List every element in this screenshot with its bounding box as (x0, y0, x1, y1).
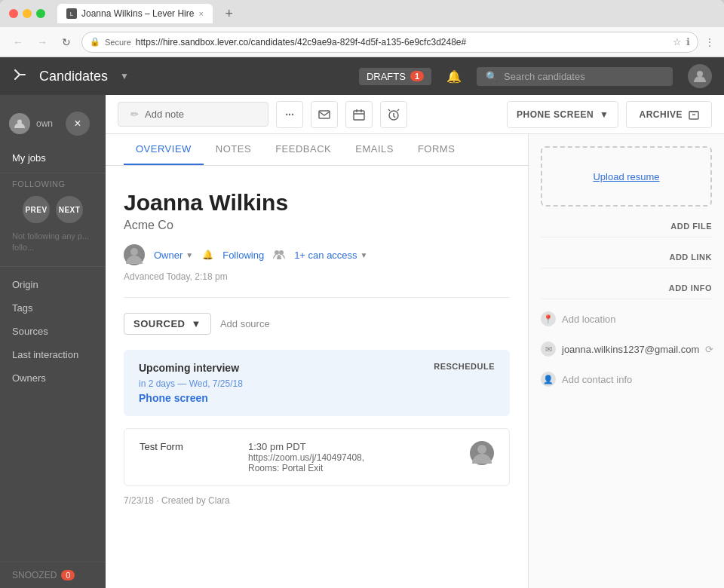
people-icon (273, 249, 285, 261)
email-address: joanna.wilkins1237@gmail.com (562, 344, 699, 355)
interview-rooms: Rooms: Portal Exit (248, 463, 364, 473)
tabs-bar: OVERVIEW NOTES FEEDBACK EMAILS FORMS (106, 134, 528, 166)
sidebar-owner-label: own (36, 118, 53, 129)
candidate-meta: Owner ▼ 🔔 Following 1+ can access (124, 244, 510, 265)
extensions-icon[interactable]: ⋮ (704, 36, 715, 48)
add-note-label: Add note (145, 109, 184, 120)
snoozed-bar: SNOOZED 0 (0, 562, 106, 588)
alarm-btn[interactable] (380, 101, 407, 128)
interview-details: Test Form 1:30 pm PDT https://zoom.us/j/… (124, 428, 510, 486)
interview-type: Phone screen (139, 392, 495, 404)
add-source-link[interactable]: Add source (220, 318, 270, 329)
search-input[interactable] (504, 71, 664, 82)
archive-btn[interactable]: ARCHIVE (626, 101, 712, 128)
candidate-owner-avatar (124, 244, 145, 265)
following-bell-icon: 🔔 (202, 250, 213, 260)
sourced-dropdown[interactable]: SOURCED ▼ (124, 313, 211, 335)
interview-date: in 2 days — Wed, 7/25/18 (139, 378, 495, 389)
interview-zoom-link[interactable]: https://zoom.us/j/140497408, (248, 452, 364, 463)
tab-overview[interactable]: OVERVIEW (124, 134, 204, 165)
add-note-btn[interactable]: ✏ Add note (118, 102, 268, 127)
owner-link[interactable]: Owner ▼ (154, 250, 193, 261)
sidebar-item-owners[interactable]: Owners (0, 366, 106, 390)
profile-main: Joanna Wilkins Acme Co Owner ▼ (106, 166, 528, 530)
source-chevron-icon: ▼ (192, 318, 201, 329)
tab-emails[interactable]: EMAILS (343, 134, 406, 165)
sidebar-item-sources[interactable]: Sources (0, 320, 106, 343)
avatar-placeholder (688, 64, 712, 88)
address-bar[interactable]: 🔒 Secure https://hire.sandbox.lever.co/c… (81, 32, 698, 53)
sidebar-nav-btns: PREV NEXT (0, 190, 106, 229)
more-actions-btn[interactable]: ··· (276, 101, 303, 128)
right-panel: Upload resume ADD FILE ADD LINK ADD INFO (528, 134, 724, 588)
svg-point-8 (279, 250, 284, 255)
nav-dropdown-icon[interactable]: ▼ (120, 71, 129, 81)
add-location-link[interactable]: Add location (562, 314, 616, 325)
tab-forms[interactable]: FORMS (406, 134, 467, 165)
following-link[interactable]: Following (222, 250, 264, 261)
traffic-lights (9, 9, 45, 18)
candidate-company: Acme Co (124, 219, 510, 232)
add-contact-link[interactable]: Add contact info (562, 374, 632, 385)
fullscreen-window-btn[interactable] (36, 9, 45, 18)
add-info-btn[interactable]: ADD INFO (669, 280, 712, 296)
close-window-btn[interactable] (9, 9, 18, 18)
reschedule-btn[interactable]: RESCHEDULE (434, 362, 495, 371)
browser-action-btns: ⋮ (704, 36, 715, 48)
secure-label: Secure (105, 38, 131, 47)
new-tab-btn[interactable]: + (219, 3, 240, 24)
stage-selector[interactable]: PHONE SCREEN ▼ (507, 101, 618, 128)
svg-point-6 (130, 248, 138, 256)
divider-1 (124, 297, 510, 298)
add-file-btn[interactable]: ADD FILE (670, 219, 712, 234)
drafts-btn[interactable]: DRAFTS 1 (359, 68, 431, 85)
interview-form-name: Test Form (140, 441, 230, 452)
snoozed-badge: 0 (61, 570, 75, 580)
next-btn[interactable]: NEXT (56, 196, 83, 223)
email-btn[interactable] (311, 101, 338, 128)
advanced-text: Advanced Today, 2:18 pm (124, 271, 510, 282)
snoozed-label: SNOOZED (12, 570, 57, 580)
prev-btn[interactable]: PREV (23, 196, 50, 223)
add-link-btn[interactable]: ADD LINK (669, 250, 712, 265)
candidate-body: OVERVIEW NOTES FEEDBACK EMAILS FORMS Joa… (106, 134, 724, 588)
sidebar: own × My jobs FOLLOWING PREV NEXT Not fo… (0, 95, 106, 588)
profile-section: OVERVIEW NOTES FEEDBACK EMAILS FORMS Joa… (106, 134, 528, 588)
back-btn[interactable]: ← (9, 33, 27, 51)
sidebar-item-last-interaction[interactable]: Last interaction (0, 343, 106, 366)
sidebar-item-myjobs[interactable]: My jobs (0, 146, 106, 170)
stage-chevron-icon: ▼ (600, 109, 609, 120)
sidebar-following-text: Not following any p... follo... (0, 229, 106, 260)
avatar (688, 64, 712, 88)
access-link[interactable]: 1+ can access ▼ (294, 250, 367, 261)
interview-card: Upcoming interview RESCHEDULE in 2 days … (124, 350, 510, 416)
upload-resume-box[interactable]: Upload resume (541, 146, 712, 207)
forward-btn[interactable]: → (33, 33, 51, 51)
refresh-email-icon[interactable]: ⟳ (705, 344, 713, 355)
interview-time: 1:30 pm PDT (248, 441, 364, 452)
reload-btn[interactable]: ↻ (57, 33, 75, 51)
browser-tab[interactable]: L Joanna Wilkins – Lever Hire × (57, 4, 213, 23)
sidebar-item-origin[interactable]: Origin (0, 273, 106, 296)
upload-resume-link[interactable]: Upload resume (593, 171, 659, 182)
email-icon: ✉ (541, 341, 556, 357)
add-info-row: ADD INFO (541, 277, 712, 299)
minimize-window-btn[interactable] (23, 9, 32, 18)
browser-titlebar: L Joanna Wilkins – Lever Hire × + (0, 0, 724, 27)
tab-notes[interactable]: NOTES (204, 134, 263, 165)
bookmark-icon[interactable]: ☆ (673, 36, 682, 47)
tab-close-btn[interactable]: × (198, 9, 203, 18)
notifications-btn[interactable]: 🔔 (446, 69, 462, 84)
main-content: own × My jobs FOLLOWING PREV NEXT Not fo… (0, 95, 724, 588)
sidebar-close-btn[interactable]: × (66, 112, 90, 136)
contact-icon: 👤 (541, 372, 556, 387)
tab-feedback[interactable]: FEEDBACK (263, 134, 343, 165)
interview-avatar (470, 441, 494, 465)
url-text: https://hire.sandbox.lever.co/candidates… (136, 37, 668, 47)
info-icon[interactable]: ℹ (686, 36, 690, 47)
calendar-btn[interactable] (345, 101, 373, 128)
archive-label: ARCHIVE (639, 109, 683, 120)
tab-title: Joanna Wilkins – Lever Hire (81, 8, 194, 19)
sidebar-item-tags[interactable]: Tags (0, 296, 106, 320)
svg-point-9 (477, 445, 486, 454)
